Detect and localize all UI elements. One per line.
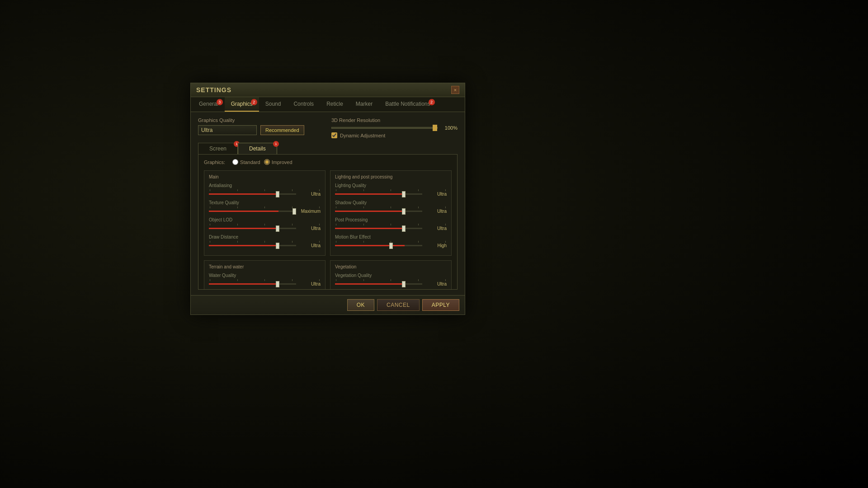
vegetation-quality-label: Vegetation Quality	[335, 273, 447, 278]
post-processing-value: Ultra	[424, 226, 447, 231]
sub-tab-screen[interactable]: Screen 1	[198, 143, 238, 154]
tab-controls[interactable]: Controls	[287, 97, 320, 112]
terrain-section-title: Terrain and water	[209, 264, 321, 269]
post-processing-label: Post Processing	[335, 217, 447, 222]
cancel-button[interactable]: Cancel	[377, 299, 420, 311]
shadow-quality-value: Ultra	[424, 209, 447, 214]
post-processing-row: Post Processing Ultra	[335, 217, 447, 231]
lighting-quality-slider[interactable]	[335, 193, 422, 195]
texture-quality-value: Maximum	[298, 209, 321, 214]
close-button[interactable]: ×	[451, 86, 459, 94]
lighting-section: Lighting and post processing Lighting Qu…	[330, 170, 452, 256]
graphics-quality-section: Graphics Quality Ultra Recommended	[198, 117, 324, 135]
recommended-button[interactable]: Recommended	[260, 125, 304, 135]
vegetation-quality-slider[interactable]	[335, 283, 422, 285]
post-processing-slider[interactable]	[335, 228, 422, 229]
object-lod-slider[interactable]	[209, 228, 296, 229]
render-resolution-pct: 100%	[441, 125, 458, 131]
sub-tab-badge-details: 1	[273, 141, 279, 147]
motion-blur-row: Motion Blur Effect High	[335, 235, 447, 248]
sub-tab-details[interactable]: Details 1	[238, 143, 277, 154]
graphics-radio-label: Graphics:	[204, 160, 225, 165]
motion-blur-label: Motion Blur Effect	[335, 235, 447, 239]
water-quality-value: Ultra	[298, 282, 321, 286]
draw-distance-slider[interactable]	[209, 245, 296, 246]
draw-distance-label: Draw Distance	[209, 235, 321, 239]
lighting-quality-label: Lighting Quality	[335, 183, 447, 188]
graphics-quality-label: Graphics Quality	[198, 117, 324, 123]
shadow-quality-row: Shadow Quality Ultra	[335, 200, 447, 214]
vegetation-quality-row: Vegetation Quality Ultra	[335, 273, 447, 286]
ok-button[interactable]: OK	[347, 299, 374, 311]
content-area: Graphics Quality Ultra Recommended 3D Re…	[191, 112, 465, 295]
terrain-section: Terrain and water Water Quality Ultra	[204, 260, 326, 290]
water-quality-label: Water Quality	[209, 273, 321, 278]
tab-badge-general: 3	[217, 99, 223, 105]
motion-blur-slider[interactable]	[335, 245, 422, 246]
details-inner: Graphics: Standard Improved Main	[198, 155, 457, 290]
shadow-quality-label: Shadow Quality	[335, 200, 447, 205]
sections-grid-top: Main Antialiasing Ultra Texture Quality	[204, 170, 452, 256]
texture-quality-label: Texture Quality	[209, 200, 321, 205]
sections-grid-bottom: Terrain and water Water Quality Ultra	[204, 260, 452, 290]
sub-tabs-row: Screen 1 Details 1	[198, 143, 458, 154]
render-resolution-section: 3D Render Resolution 100% Dynamic Adjust…	[331, 117, 458, 138]
tab-general[interactable]: General 3	[193, 97, 225, 112]
vegetation-section-title: Vegetation	[335, 264, 447, 269]
render-resolution-slider[interactable]	[331, 127, 438, 129]
antialiasing-slider[interactable]	[209, 193, 296, 195]
dialog-title: Settings	[196, 86, 231, 94]
radio-standard-input[interactable]	[232, 159, 238, 165]
main-section: Main Antialiasing Ultra Texture Quality	[204, 170, 326, 256]
tab-reticle[interactable]: Reticle	[320, 97, 349, 112]
tab-sound[interactable]: Sound	[259, 97, 288, 112]
radio-standard[interactable]: Standard	[232, 159, 260, 165]
vegetation-section: Vegetation Vegetation Quality Ultra	[330, 260, 452, 290]
texture-quality-row: Texture Quality Maximum	[209, 200, 321, 214]
dynamic-adjustment-row: Dynamic Adjustment	[331, 132, 458, 138]
water-quality-row: Water Quality Ultra	[209, 273, 321, 286]
motion-blur-value: High	[424, 243, 447, 248]
shadow-quality-slider[interactable]	[335, 211, 422, 212]
dynamic-adjustment-label: Dynamic Adjustment	[340, 133, 385, 138]
antialiasing-row: Antialiasing Ultra	[209, 183, 321, 197]
water-quality-slider[interactable]	[209, 283, 296, 285]
vegetation-quality-value: Ultra	[424, 282, 447, 286]
render-slider-row: 100%	[331, 125, 458, 131]
dialog-footer: OK Cancel Apply	[191, 295, 465, 314]
graphics-radio-row: Graphics: Standard Improved	[204, 159, 452, 165]
lighting-section-title: Lighting and post processing	[335, 174, 447, 179]
tab-badge-battle-notifications: 2	[429, 99, 435, 105]
tab-graphics[interactable]: Graphics 2	[225, 97, 259, 112]
main-section-title: Main	[209, 174, 321, 179]
dropdown-wrapper: Ultra Recommended	[198, 125, 324, 135]
draw-distance-row: Draw Distance Ultra	[209, 235, 321, 248]
graphics-quality-dropdown[interactable]: Ultra	[198, 125, 257, 135]
tab-marker[interactable]: Marker	[349, 97, 379, 112]
object-lod-label: Object LOD	[209, 217, 321, 222]
object-lod-value: Ultra	[298, 226, 321, 231]
tab-badge-graphics: 2	[251, 99, 257, 105]
dynamic-adjustment-checkbox[interactable]	[331, 132, 337, 138]
antialiasing-label: Antialiasing	[209, 183, 321, 188]
dialog-titlebar: Settings ×	[191, 83, 465, 97]
draw-distance-value: Ultra	[298, 243, 321, 248]
render-resolution-label: 3D Render Resolution	[331, 117, 458, 123]
settings-dialog: Settings × General 3 Graphics 2 Sound Co…	[190, 83, 465, 315]
lighting-quality-value: Ultra	[424, 192, 447, 197]
tabs-row: General 3 Graphics 2 Sound Controls Reti…	[191, 97, 465, 112]
antialiasing-value: Ultra	[298, 192, 321, 197]
tab-battle-notifications[interactable]: Battle Notifications 2	[379, 97, 436, 112]
radio-improved[interactable]: Improved	[264, 159, 292, 165]
details-panel[interactable]: Graphics: Standard Improved Main	[198, 154, 458, 290]
texture-quality-slider[interactable]	[209, 211, 296, 212]
radio-improved-input[interactable]	[264, 159, 270, 165]
lighting-quality-row: Lighting Quality Ultra	[335, 183, 447, 197]
apply-button[interactable]: Apply	[422, 299, 459, 311]
top-settings-row: Graphics Quality Ultra Recommended 3D Re…	[198, 117, 458, 138]
object-lod-row: Object LOD Ultra	[209, 217, 321, 231]
